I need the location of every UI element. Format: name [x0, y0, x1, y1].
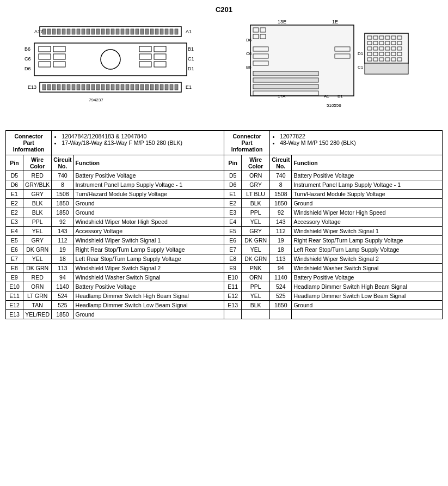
right-circuit: 1850: [270, 199, 292, 208]
svg-rect-15: [101, 29, 105, 34]
svg-rect-23: [140, 29, 144, 34]
diagrams-row: A17 A1: [5, 17, 443, 126]
table-row: E4 YEL 143 Accessory Voltage E5 GRY 112 …: [6, 227, 443, 236]
svg-rect-74: [140, 84, 144, 90]
svg-rect-80: [170, 84, 173, 90]
svg-rect-25: [150, 29, 154, 34]
table-row: E5 GRY 112 Windshield Wiper Switch Signa…: [6, 236, 443, 245]
svg-text:E13: E13: [28, 84, 36, 90]
svg-rect-55: [47, 84, 51, 90]
left-wire: YEL/RED: [23, 310, 52, 319]
main-data-table: Connector Part Information 12047842/1208…: [5, 130, 443, 319]
right-function: Windshield Wiper Switch Signal 2: [292, 254, 443, 264]
right-wire: PNK: [242, 264, 270, 273]
right-pin: E11: [224, 282, 242, 291]
left-wire: ORN: [23, 282, 52, 291]
svg-rect-8: [67, 29, 70, 34]
left-function-header: Function: [73, 155, 224, 171]
right-pin: D5: [224, 171, 242, 180]
right-wire: BLK: [242, 199, 270, 208]
page-title: C201: [5, 5, 443, 14]
table-row: E3 PPL 92 Windshield Wiper Motor High Sp…: [6, 217, 443, 227]
right-bullet-2: 48-Way M M/P 150 280 (BLK): [280, 139, 440, 146]
right-circuit: 18: [270, 245, 292, 254]
svg-rect-42: [53, 54, 65, 59]
left-wire: TAN: [23, 301, 52, 310]
left-wire: GRY: [23, 190, 52, 199]
svg-text:D6: D6: [24, 66, 31, 71]
svg-rect-11: [82, 29, 85, 34]
svg-rect-77: [155, 84, 158, 90]
svg-rect-5: [52, 29, 56, 34]
right-circuit: 1850: [270, 301, 292, 310]
right-circuit-header: Circuit No.: [270, 155, 292, 171]
svg-rect-71: [126, 84, 129, 90]
svg-rect-56: [52, 84, 56, 90]
right-function-header-text: Function: [293, 160, 317, 166]
right-diagram: 13E 1E D6 C6 B6 17A A1 B1 D1 C1: [227, 17, 443, 126]
left-pin: E8: [6, 264, 23, 273]
left-pin: E1: [6, 190, 23, 199]
left-pin: E11: [6, 291, 23, 301]
svg-text:A17: A17: [34, 29, 43, 34]
svg-text:17A: 17A: [278, 94, 286, 99]
svg-rect-7: [62, 29, 65, 34]
svg-rect-59: [67, 84, 70, 90]
left-function: Instrument Panel Lamp Supply Voltage - 1: [73, 180, 224, 190]
table-row: E1 GRY 1508 Turn/Hazard Module Supply Vo…: [6, 190, 443, 199]
left-pin: E7: [6, 254, 23, 264]
right-wire-header-text: Wire Color: [248, 156, 263, 169]
svg-rect-27: [160, 29, 163, 34]
left-function: Windshield Wiper Motor High Speed: [73, 217, 224, 227]
left-bullet-2-text: 17-Way/18-Way &13-Way F M/P 150 280 (BLK…: [62, 139, 182, 146]
right-wire: PPL: [242, 208, 270, 217]
left-circuit: 8: [52, 180, 73, 190]
right-function: Turn/Hazard Module Supply Voltage: [292, 190, 443, 199]
left-wire: GRY/BLK: [23, 180, 52, 190]
svg-rect-18: [116, 29, 119, 34]
svg-rect-72: [131, 84, 134, 90]
left-wire: GRY: [23, 236, 52, 245]
svg-rect-6: [57, 29, 60, 34]
left-wire-header-text: Wire Color: [30, 156, 45, 169]
left-connector-info-label: Connector Part Information: [6, 131, 52, 155]
left-bullet-1-text: 12047842/12084183 & 12047840: [62, 133, 146, 139]
svg-rect-65: [96, 84, 100, 90]
left-diagram: A17 A1: [5, 17, 222, 126]
right-function: Ground: [292, 301, 443, 310]
left-wire: YEL: [23, 254, 52, 264]
svg-rect-76: [150, 84, 154, 90]
table-row: E2 BLK 1850 Ground E2 BLK 1850 Ground: [6, 199, 443, 208]
right-wire: ORN: [242, 171, 270, 180]
svg-rect-58: [62, 84, 65, 90]
svg-rect-61: [77, 84, 80, 90]
left-pin-header: Pin: [6, 155, 23, 171]
svg-rect-39: [39, 54, 51, 59]
left-circuit: 1850: [52, 208, 73, 217]
left-circuit: 1140: [52, 282, 73, 291]
left-function: Ground: [73, 199, 224, 208]
left-circuit: 18: [52, 254, 73, 264]
svg-rect-70: [121, 84, 124, 90]
svg-text:794237: 794237: [89, 98, 103, 102]
title-text: C201: [216, 5, 232, 14]
right-pin: E9: [224, 264, 242, 273]
right-bullet-list: 12077822 48-Way M M/P 150 280 (BLK): [272, 133, 440, 146]
right-wire: DK GRN: [242, 254, 270, 264]
left-function: Battery Positive Voltage: [73, 282, 224, 291]
right-function: Ground: [292, 199, 443, 208]
svg-rect-12: [87, 29, 90, 34]
left-function: Accessory Voltage: [73, 227, 224, 236]
right-function: Windshield Wiper Switch Signal 1: [292, 227, 443, 236]
left-wire: BLK: [23, 199, 52, 208]
left-function: Windshield Washer Switch Signal: [73, 273, 224, 282]
right-function: Battery Positive Voltage: [292, 171, 443, 180]
right-pin: E5: [224, 227, 242, 236]
right-function: Windshield Wiper Motor High Speed: [292, 208, 443, 217]
left-function: Turn/Hazard Module Supply Voltage: [73, 190, 224, 199]
right-function: Headlamp Dimmer Switch Low Beam Signal: [292, 291, 443, 301]
svg-rect-26: [155, 29, 158, 34]
svg-rect-30: [175, 29, 178, 34]
left-wire: PPL: [23, 217, 52, 227]
left-circuit: 112: [52, 236, 73, 245]
